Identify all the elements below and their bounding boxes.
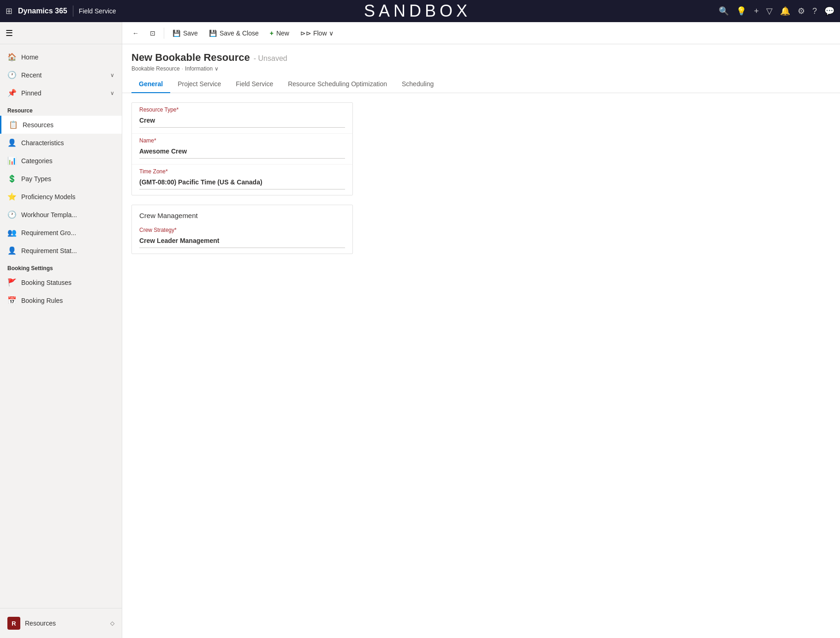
sidebar-label-characteristics: Characteristics bbox=[21, 139, 64, 147]
crew-section-title: Crew Management bbox=[132, 205, 352, 223]
sidebar-item-workhour[interactable]: 🕐 Workhour Templa... bbox=[0, 206, 122, 224]
sidebar-item-categories[interactable]: 📊 Categories bbox=[0, 152, 122, 170]
module-name: Field Service bbox=[79, 7, 116, 15]
back-button[interactable]: ← bbox=[128, 27, 143, 40]
toolbar-divider bbox=[164, 28, 164, 39]
sidebar-label-booking-statuses: Booking Statuses bbox=[21, 279, 71, 286]
filter-icon[interactable]: ▽ bbox=[766, 6, 773, 16]
crew-strategy-value[interactable]: Crew Leader Management bbox=[139, 235, 345, 248]
resource-type-label: Resource Type* bbox=[139, 106, 345, 113]
name-label: Name* bbox=[139, 137, 345, 144]
recent-icon: 🕐 bbox=[7, 71, 17, 79]
resource-type-value[interactable]: Crew bbox=[139, 115, 345, 128]
settings-icon[interactable]: ⚙ bbox=[798, 6, 805, 16]
new-button[interactable]: + New bbox=[265, 27, 294, 40]
help-icon[interactable]: ? bbox=[812, 6, 817, 16]
breadcrumb-separator: · bbox=[182, 65, 183, 72]
sidebar-item-req-group[interactable]: 👥 Requirement Gro... bbox=[0, 224, 122, 242]
tab-field-service[interactable]: Field Service bbox=[228, 76, 280, 93]
name-required: * bbox=[154, 137, 156, 144]
chat-icon[interactable]: 💬 bbox=[824, 6, 834, 16]
pay-types-icon: 💲 bbox=[7, 174, 17, 183]
sidebar-label-home: Home bbox=[21, 53, 38, 61]
tab-scheduling-label: Scheduling bbox=[402, 80, 434, 88]
booking-rules-icon: 📅 bbox=[7, 296, 17, 305]
tab-rso[interactable]: Resource Scheduling Optimization bbox=[280, 76, 394, 93]
crew-strategy-field: Crew Strategy* Crew Leader Management bbox=[132, 223, 352, 254]
sidebar-label-categories: Categories bbox=[21, 157, 53, 165]
sidebar-label-pinned: Pinned bbox=[21, 89, 42, 97]
crew-strategy-required: * bbox=[174, 227, 177, 233]
waffle-icon[interactable]: ⊞ bbox=[6, 6, 12, 16]
sidebar-bottom: R Resources ◇ bbox=[0, 608, 122, 638]
page-title-row: New Bookable Resource - Unsaved bbox=[131, 52, 831, 64]
sidebar-item-booking-rules[interactable]: 📅 Booking Rules bbox=[0, 291, 122, 309]
breadcrumb: Bookable Resource · Information ∨ bbox=[131, 65, 831, 72]
lightbulb-icon[interactable]: 💡 bbox=[736, 6, 746, 16]
chevron-down-icon: ∨ bbox=[110, 72, 114, 78]
timezone-label: Time Zone* bbox=[139, 168, 345, 175]
crew-strategy-label: Crew Strategy* bbox=[139, 227, 345, 233]
resource-type-required: * bbox=[177, 106, 179, 113]
characteristics-icon: 👤 bbox=[7, 138, 17, 147]
tab-project-service[interactable]: Project Service bbox=[170, 76, 228, 93]
new-icon: + bbox=[270, 30, 274, 37]
breadcrumb-chevron-icon: ∨ bbox=[214, 65, 219, 72]
sidebar-label-recent: Recent bbox=[21, 71, 42, 79]
sidebar-bottom-label: Resources bbox=[25, 620, 56, 627]
chevron-down-icon: ∨ bbox=[110, 90, 114, 96]
sidebar-label-req-stat: Requirement Stat... bbox=[21, 247, 77, 254]
name-value[interactable]: Awesome Crew bbox=[139, 146, 345, 159]
resources-icon: 📋 bbox=[9, 120, 18, 129]
flow-chevron-icon: ∨ bbox=[329, 30, 334, 37]
sidebar-item-req-stat[interactable]: 👤 Requirement Stat... bbox=[0, 242, 122, 260]
sidebar-item-characteristics[interactable]: 👤 Characteristics bbox=[0, 134, 122, 152]
tab-field-service-label: Field Service bbox=[236, 80, 273, 88]
flow-button[interactable]: ⊳⊳ Flow ∨ bbox=[296, 27, 338, 40]
tabs: General Project Service Field Service Re… bbox=[122, 76, 840, 93]
page-title: New Bookable Resource bbox=[131, 52, 250, 64]
sidebar-item-recent[interactable]: 🕐 Recent ∨ bbox=[0, 66, 122, 84]
tab-general[interactable]: General bbox=[131, 76, 170, 93]
tab-project-service-label: Project Service bbox=[178, 80, 221, 88]
save-icon: 💾 bbox=[173, 30, 180, 37]
sidebar-label-booking-rules: Booking Rules bbox=[21, 297, 63, 304]
save-button[interactable]: 💾 Save bbox=[168, 27, 203, 40]
sidebar-item-pay-types[interactable]: 💲 Pay Types bbox=[0, 170, 122, 188]
breadcrumb-item-1: Bookable Resource bbox=[131, 65, 180, 72]
tab-scheduling[interactable]: Scheduling bbox=[394, 76, 441, 93]
sidebar-item-booking-statuses[interactable]: 🚩 Booking Statuses bbox=[0, 273, 122, 291]
timezone-required: * bbox=[166, 168, 168, 175]
sidebar-item-resources[interactable]: 📋 Resources bbox=[0, 116, 122, 134]
avatar: R bbox=[7, 617, 20, 630]
flow-icon: ⊳⊳ bbox=[300, 30, 311, 37]
sidebar-item-pinned[interactable]: 📌 Pinned ∨ bbox=[0, 84, 122, 102]
sidebar-label-resources: Resources bbox=[23, 121, 54, 129]
breadcrumb-dropdown[interactable]: Information ∨ bbox=[185, 65, 219, 72]
timezone-field: Time Zone* (GMT-08:00) Pacific Time (US … bbox=[132, 165, 352, 195]
hamburger-icon[interactable]: ☰ bbox=[6, 28, 13, 38]
booking-statuses-icon: 🚩 bbox=[7, 278, 17, 287]
timezone-value[interactable]: (GMT-08:00) Pacific Time (US & Canada) bbox=[139, 177, 345, 189]
categories-icon: 📊 bbox=[7, 156, 17, 165]
sidebar-item-proficiency[interactable]: ⭐ Proficiency Models bbox=[0, 188, 122, 206]
tab-general-label: General bbox=[139, 80, 163, 88]
save-close-button[interactable]: 💾 Save & Close bbox=[204, 27, 263, 40]
page-unsaved-label: - Unsaved bbox=[254, 54, 287, 63]
add-icon[interactable]: + bbox=[754, 6, 759, 16]
resource-section-title: Resource bbox=[0, 102, 122, 116]
nav-icons: 🔍 💡 + ▽ 🔔 ⚙ ? 💬 bbox=[719, 6, 834, 16]
sandbox-title: SANDBOX bbox=[122, 1, 714, 21]
notification-icon[interactable]: 🔔 bbox=[780, 6, 790, 16]
toolbar: ← ⊡ 💾 Save 💾 Save & Close + New ⊳⊳ Flow … bbox=[122, 22, 840, 44]
nav-divider bbox=[73, 6, 73, 17]
resource-type-field: Resource Type* Crew bbox=[132, 103, 352, 134]
sidebar-bottom-resources[interactable]: R Resources ◇ bbox=[0, 612, 122, 634]
sidebar-label-workhour: Workhour Templa... bbox=[21, 211, 77, 219]
req-stat-icon: 👤 bbox=[7, 246, 17, 255]
workhour-icon: 🕐 bbox=[7, 210, 17, 219]
sidebar-item-home[interactable]: 🏠 Home bbox=[0, 48, 122, 66]
brand-name: Dynamics 365 bbox=[18, 7, 67, 15]
search-icon[interactable]: 🔍 bbox=[719, 6, 729, 16]
popout-button[interactable]: ⊡ bbox=[145, 27, 160, 40]
